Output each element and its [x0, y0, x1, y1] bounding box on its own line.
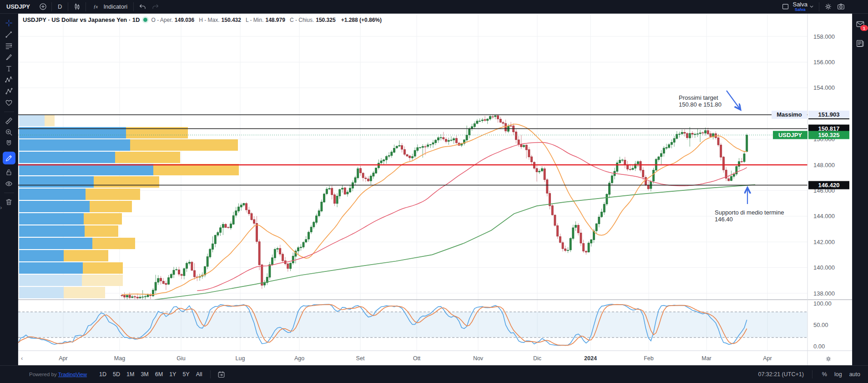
range-1M-button[interactable]: 1M [123, 370, 137, 379]
chevron-down-icon[interactable] [807, 1, 816, 13]
candle-body [121, 296, 123, 296]
axis-collapse-chevron[interactable]: ‹ [21, 355, 23, 362]
range-1D-button[interactable]: 1D [96, 370, 110, 379]
range-1Y-button[interactable]: 1Y [166, 370, 179, 379]
range-5D-button[interactable]: 5D [110, 370, 123, 379]
candle-body [316, 216, 318, 222]
undo-icon[interactable] [136, 1, 149, 13]
auto-scale-button[interactable]: auto [848, 370, 862, 378]
divider [4, 193, 14, 193]
candle-body [230, 224, 232, 228]
go-to-date-icon[interactable] [215, 368, 228, 380]
redo-icon[interactable] [149, 1, 161, 13]
divider [210, 370, 211, 378]
symbol-add-icon[interactable] [36, 1, 49, 13]
time-tick: 2024 [584, 355, 597, 362]
volume-profile-sell-bar [84, 213, 122, 225]
emoji-heart-tool-icon[interactable] [2, 97, 16, 108]
candle-body [466, 135, 468, 140]
candle-body [440, 138, 442, 138]
text-tool-icon[interactable] [2, 63, 16, 74]
measure-ruler-tool-icon[interactable] [2, 115, 16, 127]
candle-body [272, 258, 273, 265]
candle-body [666, 148, 667, 148]
range-3M-button[interactable]: 3M [137, 370, 151, 379]
candle-body [136, 297, 138, 298]
volume-profile-sell-bar [92, 238, 135, 249]
chart-canvas[interactable]: 158.000156.000154.000152.000150.000148.0… [18, 14, 852, 365]
lock-drawings-tool-icon[interactable] [2, 167, 16, 178]
price-tick: 140.000 [813, 264, 835, 271]
symbol-price-flag[interactable]: USDJPY [773, 131, 807, 139]
candle-body [417, 148, 419, 150]
candle-body [144, 296, 146, 297]
trend-line-tool-icon[interactable] [2, 29, 16, 40]
price-tick: 138.000 [813, 290, 835, 297]
candle-body [443, 138, 444, 139]
magnet-tool-icon[interactable] [2, 138, 16, 149]
settings-gear-icon[interactable] [822, 1, 834, 13]
candle-body [333, 195, 335, 204]
candle-body [409, 156, 411, 158]
massimo-price-label[interactable]: 151.903 [808, 111, 849, 119]
save-button[interactable]: Salva Salva [792, 1, 816, 13]
candle-body [746, 135, 748, 151]
messages-icon[interactable]: 1 [855, 19, 865, 29]
candle-body [565, 249, 566, 250]
candle-body [515, 132, 517, 140]
hide-drawings-tool-icon[interactable] [2, 178, 16, 189]
screenshot-camera-icon[interactable] [834, 1, 847, 13]
candle-body [429, 144, 431, 145]
layout-icon[interactable] [779, 1, 792, 13]
candle-body [339, 189, 341, 196]
indicators-button[interactable]: ƒx Indicatori [88, 1, 131, 13]
forecast-tool-icon[interactable] [2, 86, 16, 97]
candle-body [642, 170, 644, 177]
candle-body [269, 265, 271, 277]
candle-body [728, 179, 730, 181]
close-label: C - Chius. [290, 17, 314, 23]
tradingview-link[interactable]: TradingView [58, 372, 87, 377]
remove-drawings-tool-icon[interactable] [2, 196, 16, 208]
candle-body [368, 179, 369, 181]
zoom-in-tool-icon[interactable] [2, 127, 16, 138]
symbol-button[interactable]: USDJPY [5, 1, 36, 13]
clock[interactable]: 07:32:21 (UTC+1) [758, 371, 803, 378]
chart-style-candles-icon[interactable] [71, 1, 83, 13]
candle-body [126, 296, 128, 297]
candle-body [567, 250, 569, 250]
percent-scale-button[interactable]: % [821, 370, 828, 378]
fib-retracement-tool-icon[interactable] [2, 40, 16, 51]
powered-by: Powered by TradingView [29, 372, 87, 377]
high-label: H - Max. [199, 17, 219, 23]
candle-body [240, 205, 242, 207]
range-5Y-button[interactable]: 5Y [179, 370, 192, 379]
candle-body [661, 153, 662, 157]
candle-body [139, 297, 141, 298]
candle-body [637, 162, 639, 164]
sidebar-expand-chevron[interactable]: › [0, 204, 2, 211]
drawing-mode-button-icon[interactable] [3, 152, 15, 164]
range-6M-button[interactable]: 6M [152, 370, 166, 379]
interval-button[interactable]: D [54, 1, 66, 13]
candle-body [495, 116, 496, 117]
candle-body [733, 174, 735, 177]
candle-body [225, 224, 227, 227]
crosshair-tool-icon[interactable] [2, 17, 16, 29]
symbol-description[interactable]: USDJPY · US Dollar vs Japanese Yen · 1D [23, 16, 140, 23]
current-price-label[interactable]: 150.325 [808, 131, 849, 139]
candle-body [474, 124, 475, 127]
candle-body [155, 282, 156, 291]
candle-body [699, 133, 701, 134]
range-All-button[interactable]: All [193, 370, 206, 379]
news-icon[interactable] [855, 38, 865, 48]
support-price-label[interactable]: 146.420 [808, 181, 849, 189]
log-scale-button[interactable]: log [833, 370, 843, 378]
massimo-name-label[interactable]: Massimo [772, 111, 807, 119]
svg-text:150.325: 150.325 [818, 132, 840, 138]
brush-tool-icon[interactable] [2, 51, 16, 63]
price-tick: 144.000 [813, 213, 835, 220]
tradingview-app: USDJPY D ƒx Indicatori Salva Salva [0, 0, 868, 383]
candle-body [455, 138, 457, 143]
pattern-xabcd-tool-icon[interactable] [2, 74, 16, 86]
